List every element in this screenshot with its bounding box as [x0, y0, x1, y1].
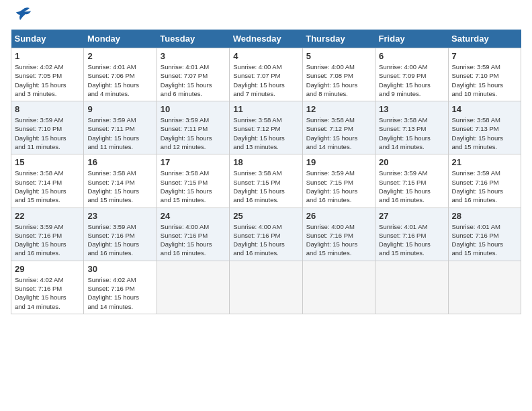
calendar-cell: [448, 261, 521, 314]
calendar-cell: 11Sunrise: 3:58 AMSunset: 7:12 PMDayligh…: [230, 101, 302, 154]
day-info: Sunrise: 3:59 AMSunset: 7:11 PMDaylight:…: [161, 116, 226, 151]
day-number: 2: [87, 51, 152, 61]
day-number: 10: [161, 104, 226, 114]
day-info: Sunrise: 4:00 AMSunset: 7:07 PMDaylight:…: [233, 62, 298, 98]
day-number: 18: [233, 157, 298, 167]
day-number: 22: [15, 211, 80, 221]
calendar-cell: 15Sunrise: 3:58 AMSunset: 7:14 PMDayligh…: [11, 154, 84, 208]
calendar-cell: 4Sunrise: 4:00 AMSunset: 7:07 PMDaylight…: [230, 48, 302, 101]
calendar-cell: 22Sunrise: 3:59 AMSunset: 7:16 PMDayligh…: [11, 208, 84, 261]
calendar-cell: 28Sunrise: 4:01 AMSunset: 7:16 PMDayligh…: [448, 208, 521, 261]
calendar-cell: [230, 261, 302, 314]
day-number: 27: [379, 211, 444, 221]
calendar-cell: 19Sunrise: 3:59 AMSunset: 7:15 PMDayligh…: [302, 154, 375, 208]
day-info: Sunrise: 3:59 AMSunset: 7:16 PMDaylight:…: [87, 222, 152, 258]
day-info: Sunrise: 3:59 AMSunset: 7:11 PMDaylight:…: [87, 116, 152, 151]
col-header-saturday: Saturday: [448, 30, 521, 48]
calendar-cell: 16Sunrise: 3:58 AMSunset: 7:14 PMDayligh…: [84, 154, 157, 208]
calendar-cell: [375, 261, 448, 314]
calendar-cell: 21Sunrise: 3:59 AMSunset: 7:16 PMDayligh…: [448, 154, 521, 208]
day-info: Sunrise: 4:00 AMSunset: 7:16 PMDaylight:…: [161, 222, 226, 258]
day-info: Sunrise: 3:59 AMSunset: 7:16 PMDaylight:…: [15, 222, 80, 258]
day-number: 19: [306, 157, 371, 167]
day-info: Sunrise: 4:02 AMSunset: 7:05 PMDaylight:…: [15, 62, 80, 98]
calendar-cell: 18Sunrise: 3:58 AMSunset: 7:15 PMDayligh…: [230, 154, 302, 208]
day-number: 13: [379, 104, 444, 114]
calendar-week-4: 22Sunrise: 3:59 AMSunset: 7:16 PMDayligh…: [11, 208, 521, 261]
calendar-table: SundayMondayTuesdayWednesdayThursdayFrid…: [11, 30, 521, 314]
day-info: Sunrise: 3:58 AMSunset: 7:13 PMDaylight:…: [452, 116, 517, 151]
day-number: 16: [87, 157, 152, 167]
day-number: 24: [161, 211, 226, 221]
day-info: Sunrise: 3:59 AMSunset: 7:10 PMDaylight:…: [452, 62, 517, 98]
col-header-sunday: Sunday: [11, 30, 84, 48]
logo-bird-icon: [13, 5, 32, 24]
calendar-cell: 24Sunrise: 4:00 AMSunset: 7:16 PMDayligh…: [157, 208, 229, 261]
calendar-cell: 17Sunrise: 3:58 AMSunset: 7:15 PMDayligh…: [157, 154, 229, 208]
day-number: 17: [161, 157, 226, 167]
calendar-cell: 14Sunrise: 3:58 AMSunset: 7:13 PMDayligh…: [448, 101, 521, 154]
calendar-cell: 20Sunrise: 3:59 AMSunset: 7:15 PMDayligh…: [375, 154, 448, 208]
calendar-cell: 9Sunrise: 3:59 AMSunset: 7:11 PMDaylight…: [84, 101, 157, 154]
day-number: 9: [87, 104, 152, 114]
logo: [11, 11, 32, 24]
day-info: Sunrise: 4:01 AMSunset: 7:07 PMDaylight:…: [161, 62, 226, 98]
calendar-cell: 2Sunrise: 4:01 AMSunset: 7:06 PMDaylight…: [84, 48, 157, 101]
calendar-cell: 8Sunrise: 3:59 AMSunset: 7:10 PMDaylight…: [11, 101, 84, 154]
day-info: Sunrise: 4:01 AMSunset: 7:16 PMDaylight:…: [379, 222, 444, 258]
day-number: 30: [87, 264, 152, 274]
day-number: 28: [452, 211, 517, 221]
col-header-thursday: Thursday: [302, 30, 375, 48]
col-header-friday: Friday: [375, 30, 448, 48]
calendar-week-1: 1Sunrise: 4:02 AMSunset: 7:05 PMDaylight…: [11, 48, 521, 101]
calendar-cell: 3Sunrise: 4:01 AMSunset: 7:07 PMDaylight…: [157, 48, 229, 101]
day-number: 6: [379, 51, 444, 61]
col-header-monday: Monday: [84, 30, 157, 48]
calendar-cell: 29Sunrise: 4:02 AMSunset: 7:16 PMDayligh…: [11, 261, 84, 314]
day-info: Sunrise: 3:58 AMSunset: 7:14 PMDaylight:…: [15, 169, 80, 204]
day-info: Sunrise: 4:00 AMSunset: 7:09 PMDaylight:…: [379, 62, 444, 98]
day-number: 8: [15, 104, 80, 114]
day-info: Sunrise: 4:01 AMSunset: 7:06 PMDaylight:…: [87, 62, 152, 98]
calendar-cell: 10Sunrise: 3:59 AMSunset: 7:11 PMDayligh…: [157, 101, 229, 154]
day-number: 15: [15, 157, 80, 167]
calendar-cell: [302, 261, 375, 314]
day-number: 11: [233, 104, 298, 114]
day-info: Sunrise: 3:59 AMSunset: 7:16 PMDaylight:…: [452, 169, 517, 204]
day-info: Sunrise: 4:01 AMSunset: 7:16 PMDaylight:…: [452, 222, 517, 258]
col-header-wednesday: Wednesday: [230, 30, 302, 48]
day-number: 20: [379, 157, 444, 167]
calendar-week-2: 8Sunrise: 3:59 AMSunset: 7:10 PMDaylight…: [11, 101, 521, 154]
calendar-cell: 25Sunrise: 4:00 AMSunset: 7:16 PMDayligh…: [230, 208, 302, 261]
day-number: 4: [233, 51, 298, 61]
day-info: Sunrise: 4:00 AMSunset: 7:16 PMDaylight:…: [233, 222, 298, 258]
day-info: Sunrise: 3:58 AMSunset: 7:12 PMDaylight:…: [233, 116, 298, 151]
calendar-week-5: 29Sunrise: 4:02 AMSunset: 7:16 PMDayligh…: [11, 261, 521, 314]
calendar-header-row: SundayMondayTuesdayWednesdayThursdayFrid…: [11, 30, 521, 48]
calendar-cell: [157, 261, 229, 314]
day-number: 25: [233, 211, 298, 221]
calendar-cell: 30Sunrise: 4:02 AMSunset: 7:16 PMDayligh…: [84, 261, 157, 314]
day-number: 23: [87, 211, 152, 221]
day-info: Sunrise: 4:02 AMSunset: 7:16 PMDaylight:…: [87, 275, 152, 311]
col-header-tuesday: Tuesday: [157, 30, 229, 48]
day-number: 21: [452, 157, 517, 167]
calendar-cell: 12Sunrise: 3:58 AMSunset: 7:12 PMDayligh…: [302, 101, 375, 154]
calendar-cell: 6Sunrise: 4:00 AMSunset: 7:09 PMDaylight…: [375, 48, 448, 101]
day-info: Sunrise: 4:02 AMSunset: 7:16 PMDaylight:…: [15, 275, 80, 311]
calendar-cell: 23Sunrise: 3:59 AMSunset: 7:16 PMDayligh…: [84, 208, 157, 261]
calendar-week-3: 15Sunrise: 3:58 AMSunset: 7:14 PMDayligh…: [11, 154, 521, 208]
day-number: 26: [306, 211, 371, 221]
calendar-cell: 27Sunrise: 4:01 AMSunset: 7:16 PMDayligh…: [375, 208, 448, 261]
header: [11, 11, 521, 24]
day-number: 3: [161, 51, 226, 61]
day-number: 14: [452, 104, 517, 114]
calendar-cell: 13Sunrise: 3:58 AMSunset: 7:13 PMDayligh…: [375, 101, 448, 154]
day-number: 29: [15, 264, 80, 274]
calendar-cell: 1Sunrise: 4:02 AMSunset: 7:05 PMDaylight…: [11, 48, 84, 101]
day-number: 1: [15, 51, 80, 61]
day-number: 12: [306, 104, 371, 114]
calendar-cell: 7Sunrise: 3:59 AMSunset: 7:10 PMDaylight…: [448, 48, 521, 101]
day-number: 5: [306, 51, 371, 61]
day-info: Sunrise: 3:58 AMSunset: 7:14 PMDaylight:…: [87, 169, 152, 204]
